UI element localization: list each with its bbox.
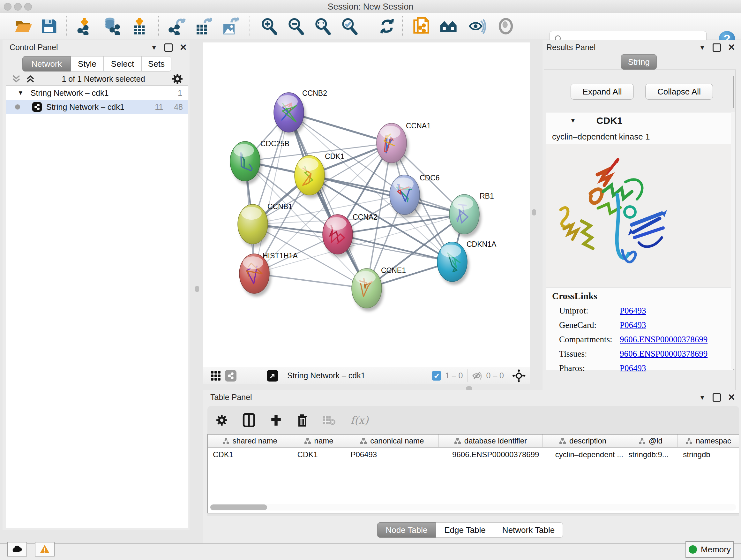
cell-shared-name[interactable]: CDK1 [208,448,292,462]
panel-menu-icon[interactable]: ▼ [151,44,157,51]
network-collection-row[interactable]: ▼ String Network – cdk1 1 [6,86,188,100]
close-panel-icon[interactable]: ✕ [180,44,187,51]
cloud-button[interactable] [7,542,27,557]
collapse-all-button[interactable]: Collapse All [645,84,713,100]
network-node-ccnb2[interactable]: CCNB2 [274,89,327,135]
collection-collapse-icon[interactable]: ▼ [17,89,23,97]
splitter-handle[interactable] [195,286,199,292]
network-node-ccne1[interactable]: CCNE1 [352,266,406,311]
results-scrollbar[interactable] [731,112,735,369]
column-header[interactable]: database identifier [439,435,542,447]
network-node-rb1[interactable]: RB1 [449,192,494,237]
splitter-handle[interactable] [532,209,536,215]
string-import-button[interactable] [412,17,431,36]
string-home-button[interactable] [439,17,458,36]
gear-icon[interactable] [172,73,183,84]
network-node-cdc6[interactable]: CDC6 [390,174,440,218]
column-header[interactable]: description [542,435,623,447]
selected-node-edge-counts: 1 – 0 [445,371,463,380]
hide-unhide-button[interactable] [468,17,486,36]
tab-select[interactable]: Select [104,56,142,71]
zoom-selected-icon [340,17,358,35]
close-panel-icon[interactable]: ✕ [728,394,735,401]
column-header[interactable]: namespac [678,435,739,447]
network-node-cdkn1a[interactable]: CDKN1A [437,240,496,285]
column-header[interactable]: @id [623,435,678,447]
column-header[interactable]: name [292,435,346,447]
control-panel-title: Control Panel [10,43,58,52]
import-network-file-button[interactable] [76,17,94,36]
close-panel-icon[interactable]: ✕ [728,44,735,51]
tab-string[interactable]: String [621,54,657,70]
network-canvas[interactable]: CCNB2CCNA1CDC25BCDK1CDC6RB1CCNB1CCNA2CDK… [203,43,530,367]
tab-style[interactable]: Style [71,56,104,71]
table-gear-icon[interactable] [216,414,228,426]
network-node-ccnb1[interactable]: CCNB1 [238,202,292,247]
float-panel-icon[interactable] [164,44,173,52]
cell-database-identifier[interactable]: 9606.ENSP00000378699 [439,448,542,462]
network-row[interactable]: String Network – cdk1 11 48 [6,100,188,114]
add-column-icon[interactable] [270,414,282,426]
status-bar: Memory [0,543,741,560]
zoom-in-button[interactable] [260,17,278,36]
tab-node-table[interactable]: Node Table [377,522,436,538]
import-network-icon [76,17,94,35]
network-graph[interactable]: CCNB2CCNA1CDC25BCDK1CDC6RB1CCNB1CCNA2CDK… [203,43,530,367]
float-panel-icon[interactable] [713,393,721,401]
import-network-database-button[interactable] [102,17,121,36]
cell-description[interactable]: cyclin–dependent ... [542,448,623,462]
expand-all-icon[interactable] [25,74,35,84]
export-image-button[interactable] [221,17,239,36]
cell-id[interactable]: stringdb:9... [623,448,678,462]
cell-name[interactable]: CDK1 [292,448,346,462]
tab-edge-table[interactable]: Edge Table [436,522,494,538]
zoom-out-button[interactable] [286,17,305,36]
tissues-link[interactable]: 9606.ENSP00000378699 [620,349,708,359]
network-node-ccna1[interactable]: CCNA1 [377,122,431,166]
scrollbar-thumb[interactable] [210,504,267,510]
application-window: Session: New Session [0,0,741,560]
cell-namespace[interactable]: stringdb [678,448,739,462]
uniprot-link[interactable]: P06493 [620,306,646,316]
network-share-toggle[interactable] [225,370,237,381]
expand-all-button[interactable]: Expand All [570,84,634,100]
panel-menu-icon[interactable]: ▼ [699,394,705,401]
delete-column-icon[interactable] [297,414,308,427]
highlight-button[interactable] [496,17,515,36]
pharos-link[interactable]: P06493 [620,363,646,373]
annotation-mode-toggle[interactable] [267,370,278,381]
apply-layout-button[interactable] [378,17,396,36]
collapse-section-icon[interactable]: ▼ [570,117,576,124]
panel-menu-icon[interactable]: ▼ [699,44,705,51]
open-session-button[interactable] [14,17,32,36]
network-edge[interactable] [289,112,367,288]
genecard-link[interactable]: P06493 [620,320,646,330]
tab-network-table[interactable]: Network Table [494,522,563,538]
export-network-button[interactable] [168,17,186,36]
zoom-fit-button[interactable] [313,17,332,36]
show-columns-icon[interactable] [243,413,255,427]
float-panel-icon[interactable] [713,44,721,52]
pan-crosshair-icon[interactable] [512,369,526,382]
table-horizontal-scrollbar[interactable] [210,504,736,510]
import-table-button[interactable] [130,17,149,36]
warning-button[interactable] [35,542,55,557]
column-header[interactable]: canonical name [345,435,439,447]
zoom-selected-button[interactable] [340,17,359,36]
birds-eye-view-icon[interactable] [210,370,221,381]
compartments-link[interactable]: 9606.ENSP00000378699 [620,334,708,345]
export-table-button[interactable] [194,17,212,36]
collapse-all-icon[interactable] [11,74,21,84]
tab-sets[interactable]: Sets [142,56,172,71]
network-node-hist1h1a[interactable]: HIST1H1A [239,252,298,297]
table-row[interactable]: CDK1 CDK1 P06493 9606.ENSP00000378699 cy… [208,448,739,462]
memory-button[interactable]: Memory [685,541,734,558]
cell-canonical-name[interactable]: P06493 [345,448,439,462]
column-header[interactable]: shared name [208,435,292,447]
network-node-cdc25b[interactable]: CDC25B [230,139,289,184]
selected-checkbox[interactable] [432,371,441,381]
protein-card-header[interactable]: ▼ CDK1 [546,112,733,129]
network-edge[interactable] [254,112,289,273]
save-session-button[interactable] [40,17,58,36]
tab-network[interactable]: Network [22,56,71,71]
